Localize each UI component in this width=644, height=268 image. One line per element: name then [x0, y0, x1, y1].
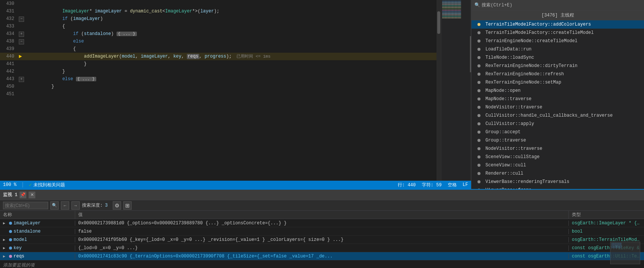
- call-stack-item[interactable]: TerrainEngineNode::createTileModel: [471, 37, 644, 45]
- watch-search-input[interactable]: [3, 202, 48, 209]
- table-row: 443 + else { ... }: [0, 75, 436, 83]
- call-stack-item[interactable]: NodeVisitor::traverse: [471, 103, 644, 111]
- var-icon: [9, 238, 12, 241]
- scrollbar-thumb[interactable]: [437, 11, 440, 34]
- expand-button[interactable]: +: [19, 32, 24, 37]
- call-stack-item[interactable]: Renderer::cull: [471, 169, 644, 178]
- watch-cell-type: bool: [569, 229, 644, 234]
- var-name: standalone: [14, 229, 41, 234]
- editor-area: 430 431 ImageLayer* imageLayer = dynamic…: [0, 0, 644, 189]
- no-issues-status[interactable]: ✓ 未找到相关问题: [29, 182, 65, 188]
- status-separator: [23, 182, 23, 187]
- expand-icon[interactable]: ▶: [3, 246, 8, 250]
- no-issues-text: 未找到相关问题: [33, 182, 65, 188]
- search-button[interactable]: 🔍: [50, 201, 59, 210]
- call-stack-list[interactable]: TerrainTileModelFactory::addColorLayers …: [471, 20, 644, 189]
- minimap[interactable]: ████████████████████████████ ███████████…: [441, 0, 471, 181]
- call-stack-item[interactable]: CullVisitor::apply: [471, 120, 644, 128]
- call-stack-item[interactable]: ViewerBase::renderingTraversals: [471, 178, 644, 186]
- code-content: 430 431 ImageLayer* imageLayer = dynamic…: [0, 0, 436, 181]
- minimap-content: ████████████████████████████ ███████████…: [441, 0, 471, 20]
- table-row: 451: [0, 90, 436, 98]
- call-stack-item[interactable]: RexTerrainEngineNode::refresh: [471, 70, 644, 78]
- call-stack-item-label: RexTerrainEngineNode::setMap: [485, 80, 561, 85]
- watch-row[interactable]: ▶ reqs 0x0000021741c83c90 {_terrainOptio…: [0, 252, 644, 260]
- watch-row[interactable]: ▶ model 0x0000021741f05b60 {_key={_lod=0…: [0, 236, 644, 244]
- var-icon: [9, 230, 12, 233]
- line-content: }: [26, 83, 436, 90]
- table-row: 441 }: [0, 60, 436, 68]
- nav-back-button[interactable]: ←: [61, 201, 69, 210]
- inactive-dot: [477, 73, 480, 76]
- add-watch-label: 添加要监视的项: [3, 263, 35, 268]
- call-stack-item[interactable]: MapNode::traverse: [471, 95, 644, 103]
- watch-row[interactable]: ▶ key {_lod=0 _x=0 _y=0 ...} const osgEa…: [0, 244, 644, 252]
- watch-cell-value: 0x0000021741f05b60 {_key={_lod=0 _x=0 _y…: [75, 237, 569, 242]
- call-stack-item[interactable]: ViewerBase::frame: [471, 186, 644, 189]
- call-stack-item[interactable]: RexTerrainEngineNode::setMap: [471, 78, 644, 87]
- gutter: ►: [19, 53, 26, 61]
- expand-icon[interactable]: ▶: [3, 221, 8, 225]
- inactive-dot: [477, 81, 480, 84]
- call-stack-item-label: ViewerBase::renderingTraversals: [485, 179, 569, 184]
- call-stack-item[interactable]: TerrainTileModelFactory::addColorLayers: [471, 20, 644, 29]
- expand-button[interactable]: +: [19, 77, 24, 82]
- call-stack-item[interactable]: SceneView::cull: [471, 161, 644, 169]
- call-stack-item[interactable]: Group::accept: [471, 128, 644, 136]
- depth-label: 搜索深度:: [82, 202, 103, 209]
- line-content: if (imageLayer): [26, 15, 436, 23]
- nav-forward-button[interactable]: →: [71, 201, 80, 210]
- inactive-dot: [477, 164, 480, 167]
- line-number: 441: [0, 60, 19, 68]
- watch-row[interactable]: ▶ imageLayer 0x0000021739881d0 {_options…: [0, 219, 644, 227]
- call-stack-item[interactable]: CullVisitor::handle_cull_callbacks_and_t…: [471, 111, 644, 120]
- call-stack-panel: 🔍 搜索(Ctrl+E) [3476] 主线程 TerrainTileModel…: [471, 0, 644, 189]
- table-row: 433 {: [0, 23, 436, 30]
- call-stack-item[interactable]: Group::traverse: [471, 136, 644, 145]
- line-number: 438: [0, 38, 19, 45]
- line-content: else { ... }: [26, 75, 436, 83]
- call-stack-item[interactable]: NodeVisitor::traverse: [471, 145, 644, 153]
- expand-icon[interactable]: ▶: [3, 238, 8, 242]
- col-header-type: 类型: [569, 211, 644, 219]
- call-stack-item[interactable]: MapNode::open: [471, 87, 644, 95]
- add-watch-row[interactable]: 添加要监视的项: [0, 260, 644, 268]
- watch-cell-value: false: [75, 229, 569, 234]
- vertical-scrollbar[interactable]: [436, 0, 441, 181]
- code-panel: 430 431 ImageLayer* imageLayer = dynamic…: [0, 0, 471, 189]
- var-icon: [9, 255, 12, 258]
- call-stack-item[interactable]: TerrainTileModelFactory::createTileModel: [471, 29, 644, 37]
- editor-main: 430 431 ImageLayer* imageLayer = dynamic…: [0, 0, 471, 181]
- watch-row[interactable]: ▶ standalone false bool: [0, 227, 644, 236]
- call-stack-item-label: SceneView::cull: [485, 163, 526, 168]
- expand-icon: ▶: [3, 229, 8, 234]
- row-status: 行: 440: [398, 182, 416, 188]
- watch-toolbar-btn-2[interactable]: ⊞: [123, 201, 132, 210]
- watch-toolbar-btn-1[interactable]: ⚙: [113, 201, 121, 210]
- call-stack-item[interactable]: RexTerrainEngineNode::dirtyTerrain: [471, 62, 644, 70]
- watch-title: 监视 1: [3, 192, 17, 198]
- expand-button[interactable]: −: [19, 17, 24, 22]
- inactive-dot: [477, 31, 480, 34]
- call-stack-item-label: RexTerrainEngineNode::dirtyTerrain: [485, 63, 577, 69]
- line-content: }: [26, 60, 436, 68]
- watch-pin-button[interactable]: 📌: [20, 192, 26, 198]
- active-dot: [477, 23, 480, 26]
- call-stack-item-label: LoadTileData::run: [485, 47, 531, 52]
- call-stack-item[interactable]: TileNode::loadSync: [471, 53, 644, 62]
- var-name: key: [14, 245, 22, 251]
- call-stack-item-label: TileNode::loadSync: [485, 55, 534, 60]
- line-number: 442: [0, 68, 19, 75]
- call-stack-item[interactable]: LoadTileData::run: [471, 45, 644, 53]
- line-number: 439: [0, 45, 19, 53]
- expand-icon[interactable]: ▶: [3, 254, 8, 259]
- watch-close-button[interactable]: ✕: [29, 192, 35, 198]
- table-row: 431 ImageLayer* imageLayer = dynamic_cas…: [0, 8, 436, 15]
- call-stack-item[interactable]: SceneView::cullStage: [471, 153, 644, 161]
- zoom-status[interactable]: 100 %: [3, 182, 17, 187]
- expand-button[interactable]: −: [19, 39, 24, 44]
- watch-header: 监视 1 📌 ✕: [0, 190, 644, 200]
- watch-cell-value: 0x0000021741c83c90 {_terrainOptions=0x00…: [75, 254, 569, 259]
- watch-cell-value: 0x0000021739881d0 {_options=0x0000021739…: [75, 221, 569, 226]
- thread-label: [3476] 主线程: [541, 13, 574, 18]
